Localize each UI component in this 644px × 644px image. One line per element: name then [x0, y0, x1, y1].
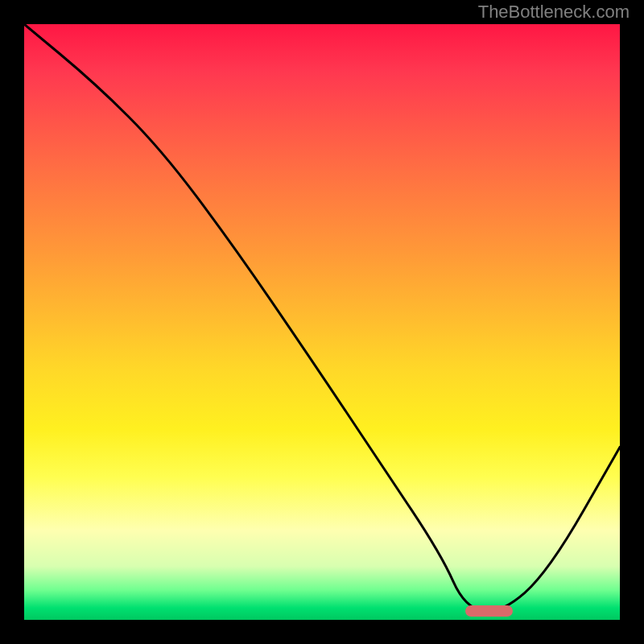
optimum-marker	[465, 605, 513, 617]
bottleneck-curve	[24, 24, 620, 620]
plot-area	[24, 24, 620, 620]
watermark-text: TheBottleneck.com	[478, 2, 630, 23]
